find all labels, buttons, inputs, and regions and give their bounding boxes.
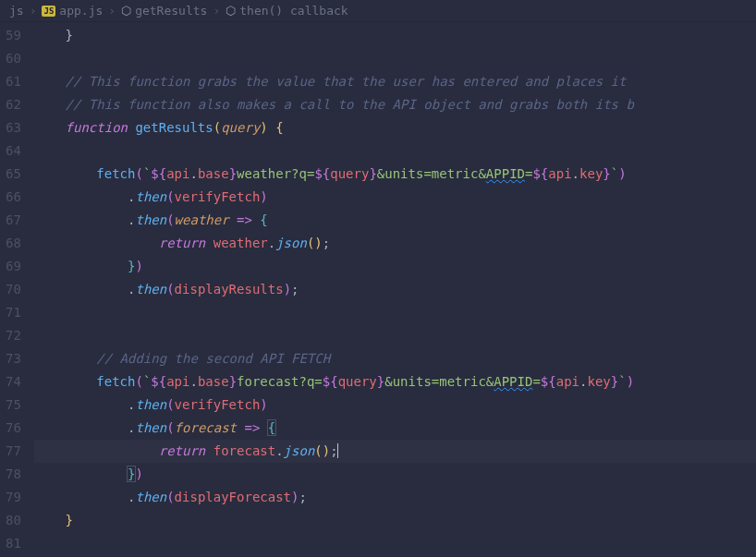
code-line[interactable]: .then(verifyFetch) — [34, 394, 756, 417]
token: // This function also makes a call to th… — [66, 97, 634, 112]
chevron-icon: › — [213, 4, 220, 18]
token: weather — [213, 236, 268, 250]
line-gutter: 5960616263646566676869707172737475767778… — [0, 22, 34, 557]
line-number: 66 — [6, 186, 21, 209]
token: . — [189, 166, 197, 181]
code-line[interactable] — [34, 324, 756, 347]
token: . — [572, 166, 579, 181]
breadcrumb-item-symbol[interactable]: ⬡ then() callback — [226, 4, 348, 18]
token: then — [135, 282, 166, 297]
token — [268, 120, 275, 135]
line-number: 81 — [6, 532, 21, 555]
token: ${ — [314, 166, 330, 181]
line-number: 61 — [6, 70, 21, 93]
token: } — [611, 374, 618, 389]
token: . — [275, 443, 283, 458]
token: api — [166, 374, 189, 389]
chevron-icon: › — [30, 4, 37, 18]
token: ) — [627, 374, 634, 389]
code-line[interactable]: function getResults(query) { — [34, 116, 756, 139]
code-line[interactable]: .then(verifyFetch) — [34, 186, 756, 209]
token: ( — [166, 490, 174, 504]
code-line[interactable] — [34, 532, 756, 555]
breadcrumb-item-symbol[interactable]: ⬡ getResults — [121, 4, 207, 18]
line-number: 77 — [6, 440, 21, 463]
breadcrumb-label: app.js — [59, 4, 103, 18]
token: base — [198, 374, 229, 389]
token: { — [275, 120, 283, 135]
token: api — [166, 166, 189, 181]
token: ; — [323, 236, 330, 250]
line-number: 80 — [6, 509, 21, 532]
token: query — [221, 120, 260, 135]
code-line[interactable]: // This function grabs the value that th… — [34, 70, 756, 93]
code-line[interactable]: .then(displayResults); — [34, 278, 756, 301]
token: &units=metric& — [377, 166, 486, 181]
token: forecast — [213, 443, 275, 458]
token: ( — [166, 212, 174, 227]
token: ${ — [541, 374, 556, 389]
token: ( — [166, 282, 174, 297]
token: json — [284, 443, 315, 458]
code-line[interactable]: .then(forecast => { — [34, 417, 756, 440]
token: then — [135, 420, 166, 435]
token: &units=metric& — [384, 374, 494, 389]
code-line[interactable]: }) — [34, 463, 756, 486]
line-number: 71 — [6, 301, 21, 324]
token: return — [159, 236, 213, 250]
code-line[interactable]: return forecast.json(); — [34, 440, 756, 463]
token: ( — [135, 166, 142, 181]
token: } — [369, 166, 376, 181]
token: api — [556, 374, 579, 389]
code-line[interactable]: fetch(`${api.base}forecast?q=${query}&un… — [34, 370, 756, 394]
token: . — [268, 236, 275, 250]
code-line[interactable]: } — [34, 509, 756, 532]
code-editor[interactable]: 5960616263646566676869707172737475767778… — [0, 22, 756, 557]
code-area[interactable]: } // This function grabs the value that … — [34, 22, 756, 557]
line-number: 60 — [6, 47, 21, 70]
line-number: 78 — [6, 463, 21, 486]
code-line[interactable]: } — [34, 24, 756, 47]
code-line[interactable] — [34, 139, 756, 163]
token: query — [330, 166, 369, 181]
code-line[interactable]: .then(weather => { — [34, 209, 756, 232]
line-number: 67 — [6, 209, 21, 232]
token: forecast — [175, 420, 237, 435]
breadcrumb-item-folder[interactable]: js — [9, 4, 24, 18]
text-cursor — [337, 443, 338, 458]
token: displayForecast — [175, 490, 291, 504]
code-line[interactable]: // This function also makes a call to th… — [34, 93, 756, 116]
token: ${ — [323, 374, 338, 389]
token: base — [198, 166, 229, 181]
line-number: 70 — [6, 278, 21, 301]
token: => — [237, 212, 252, 227]
code-line[interactable]: // Adding the second API FETCH — [34, 347, 756, 370]
token: { — [268, 420, 275, 435]
token: ( — [166, 420, 174, 435]
method-icon: ⬡ — [226, 4, 236, 18]
line-number: 65 — [6, 163, 21, 186]
token: api — [548, 166, 571, 181]
token: function — [66, 120, 136, 135]
line-number: 68 — [6, 232, 21, 255]
code-line[interactable]: fetch(`${api.base}weather?q=${query}&uni… — [34, 163, 756, 186]
token: ( — [166, 397, 174, 412]
code-line[interactable] — [34, 301, 756, 324]
token: ) — [284, 282, 291, 297]
token — [229, 212, 237, 227]
breadcrumb-item-file[interactable]: JS app.js — [42, 4, 103, 18]
line-number: 72 — [6, 324, 21, 347]
token: ( — [314, 443, 322, 458]
code-line[interactable] — [34, 47, 756, 70]
token — [260, 420, 267, 435]
token: ) — [618, 166, 626, 181]
token: weather?q= — [237, 166, 314, 181]
token: } — [377, 374, 384, 389]
token: then — [135, 490, 166, 504]
token: key — [587, 374, 610, 389]
code-line[interactable]: }) — [34, 255, 756, 278]
code-line[interactable]: return weather.json(); — [34, 232, 756, 255]
token: getResults — [135, 120, 213, 135]
token: ) — [260, 189, 267, 204]
code-line[interactable]: .then(displayForecast); — [34, 486, 756, 509]
